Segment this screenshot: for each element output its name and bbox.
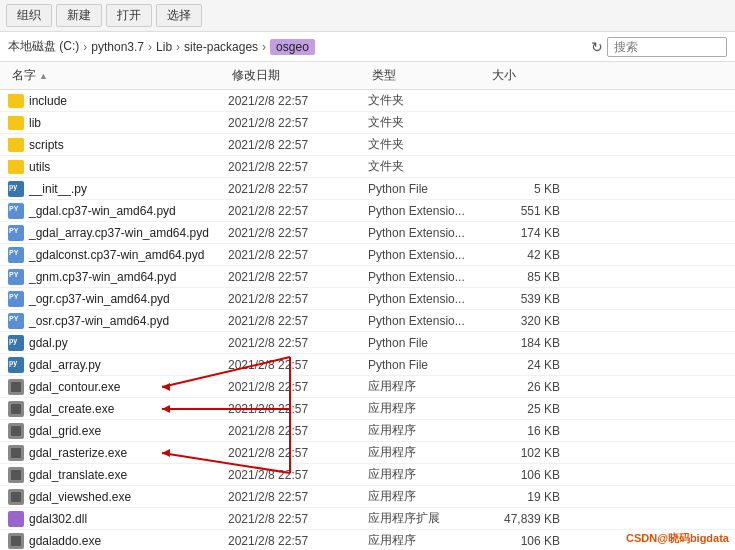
file-type: 应用程序扩展	[368, 510, 488, 527]
file-row[interactable]: gdal_grid.exe 2021/2/8 22:57 应用程序 16 KB	[0, 420, 735, 442]
file-type: Python Extensio...	[368, 270, 488, 284]
file-modified: 2021/2/8 22:57	[228, 94, 368, 108]
file-size: 106 KB	[488, 534, 568, 548]
toolbar: 组织 新建 打开 选择	[0, 0, 735, 32]
pyd-icon	[8, 225, 24, 241]
file-type: Python File	[368, 336, 488, 350]
file-size: 19 KB	[488, 490, 568, 504]
file-modified: 2021/2/8 22:57	[228, 182, 368, 196]
file-size: 85 KB	[488, 270, 568, 284]
file-type: 应用程序	[368, 400, 488, 417]
file-modified: 2021/2/8 22:57	[228, 116, 368, 130]
file-name-cell: include	[8, 94, 228, 108]
file-row[interactable]: gdal_viewshed.exe 2021/2/8 22:57 应用程序 19…	[0, 486, 735, 508]
file-name-cell: _osr.cp37-win_amd64.pyd	[8, 313, 228, 329]
col-header-modified[interactable]: 修改日期	[228, 65, 368, 86]
toolbar-open-btn[interactable]: 打开	[106, 4, 152, 27]
exe-icon	[8, 379, 24, 395]
file-row[interactable]: gdal.py 2021/2/8 22:57 Python File 184 K…	[0, 332, 735, 354]
file-size: 106 KB	[488, 468, 568, 482]
breadcrumb-current[interactable]: osgeo	[270, 39, 315, 55]
col-header-type[interactable]: 类型	[368, 65, 488, 86]
search-input[interactable]	[607, 37, 727, 57]
file-type: Python File	[368, 358, 488, 372]
file-size: 47,839 KB	[488, 512, 568, 526]
file-modified: 2021/2/8 22:57	[228, 446, 368, 460]
breadcrumb-bar: 本地磁盘 (C:) › python3.7 › Lib › site-packa…	[0, 32, 735, 62]
file-row[interactable]: gdal_array.py 2021/2/8 22:57 Python File…	[0, 354, 735, 376]
folder-icon	[8, 138, 24, 152]
file-size: 24 KB	[488, 358, 568, 372]
file-modified: 2021/2/8 22:57	[228, 424, 368, 438]
exe-icon	[8, 401, 24, 417]
pyd-icon	[8, 313, 24, 329]
file-row[interactable]: gdal_rasterize.exe 2021/2/8 22:57 应用程序 1…	[0, 442, 735, 464]
file-row[interactable]: _osr.cp37-win_amd64.pyd 2021/2/8 22:57 P…	[0, 310, 735, 332]
file-modified: 2021/2/8 22:57	[228, 248, 368, 262]
breadcrumb-home[interactable]: 本地磁盘 (C:)	[8, 38, 79, 55]
file-row[interactable]: _gdalconst.cp37-win_amd64.pyd 2021/2/8 2…	[0, 244, 735, 266]
file-row[interactable]: gdal_translate.exe 2021/2/8 22:57 应用程序 1…	[0, 464, 735, 486]
exe-icon	[8, 489, 24, 505]
file-name: gdal_array.py	[29, 358, 101, 372]
file-name: include	[29, 94, 67, 108]
file-name-cell: gdal_contour.exe	[8, 379, 228, 395]
file-name-cell: gdal_create.exe	[8, 401, 228, 417]
breadcrumb-lib[interactable]: Lib	[156, 40, 172, 54]
python-icon	[8, 181, 24, 197]
file-row[interactable]: __init__.py 2021/2/8 22:57 Python File 5…	[0, 178, 735, 200]
file-row[interactable]: gdal_create.exe 2021/2/8 22:57 应用程序 25 K…	[0, 398, 735, 420]
toolbar-organize-btn[interactable]: 组织	[6, 4, 52, 27]
file-size: 102 KB	[488, 446, 568, 460]
file-modified: 2021/2/8 22:57	[228, 204, 368, 218]
breadcrumb-sitepackages[interactable]: site-packages	[184, 40, 258, 54]
toolbar-new-btn[interactable]: 新建	[56, 4, 102, 27]
file-row[interactable]: scripts 2021/2/8 22:57 文件夹	[0, 134, 735, 156]
file-name: gdaladdo.exe	[29, 534, 101, 548]
pyd-icon	[8, 291, 24, 307]
file-row[interactable]: _gdal_array.cp37-win_amd64.pyd 2021/2/8 …	[0, 222, 735, 244]
file-modified: 2021/2/8 22:57	[228, 490, 368, 504]
file-row[interactable]: utils 2021/2/8 22:57 文件夹	[0, 156, 735, 178]
col-header-name[interactable]: 名字 ▲	[8, 65, 228, 86]
file-type: Python Extensio...	[368, 292, 488, 306]
file-name: _ogr.cp37-win_amd64.pyd	[29, 292, 170, 306]
file-row[interactable]: _gnm.cp37-win_amd64.pyd 2021/2/8 22:57 P…	[0, 266, 735, 288]
file-modified: 2021/2/8 22:57	[228, 534, 368, 548]
file-size: 539 KB	[488, 292, 568, 306]
file-row[interactable]: gdal302.dll 2021/2/8 22:57 应用程序扩展 47,839…	[0, 508, 735, 530]
file-name-cell: lib	[8, 116, 228, 130]
file-row[interactable]: _ogr.cp37-win_amd64.pyd 2021/2/8 22:57 P…	[0, 288, 735, 310]
refresh-btn[interactable]: ↻	[591, 37, 603, 57]
file-name: _gdal_array.cp37-win_amd64.pyd	[29, 226, 209, 240]
file-row[interactable]: gdal_contour.exe 2021/2/8 22:57 应用程序 26 …	[0, 376, 735, 398]
file-row[interactable]: lib 2021/2/8 22:57 文件夹	[0, 112, 735, 134]
breadcrumb-python37[interactable]: python3.7	[91, 40, 144, 54]
file-list-container: include 2021/2/8 22:57 文件夹 lib 2021/2/8 …	[0, 90, 735, 550]
file-modified: 2021/2/8 22:57	[228, 160, 368, 174]
file-modified: 2021/2/8 22:57	[228, 314, 368, 328]
file-name: gdal_viewshed.exe	[29, 490, 131, 504]
file-name: _gdalconst.cp37-win_amd64.pyd	[29, 248, 204, 262]
file-name: lib	[29, 116, 41, 130]
col-header-size[interactable]: 大小	[488, 65, 568, 86]
file-name-cell: gdaladdo.exe	[8, 533, 228, 549]
file-size: 26 KB	[488, 380, 568, 394]
file-name: _gdal.cp37-win_amd64.pyd	[29, 204, 176, 218]
python-icon	[8, 335, 24, 351]
pyd-icon	[8, 203, 24, 219]
file-name-cell: scripts	[8, 138, 228, 152]
file-type: 应用程序	[368, 466, 488, 483]
file-row[interactable]: gdaladdo.exe 2021/2/8 22:57 应用程序 106 KB	[0, 530, 735, 550]
file-row[interactable]: _gdal.cp37-win_amd64.pyd 2021/2/8 22:57 …	[0, 200, 735, 222]
file-type: Python Extensio...	[368, 248, 488, 262]
file-name-cell: _ogr.cp37-win_amd64.pyd	[8, 291, 228, 307]
file-name: gdal_contour.exe	[29, 380, 120, 394]
file-modified: 2021/2/8 22:57	[228, 138, 368, 152]
file-name: gdal302.dll	[29, 512, 87, 526]
file-modified: 2021/2/8 22:57	[228, 270, 368, 284]
file-row[interactable]: include 2021/2/8 22:57 文件夹	[0, 90, 735, 112]
toolbar-select-btn[interactable]: 选择	[156, 4, 202, 27]
file-type: 应用程序	[368, 378, 488, 395]
file-modified: 2021/2/8 22:57	[228, 512, 368, 526]
